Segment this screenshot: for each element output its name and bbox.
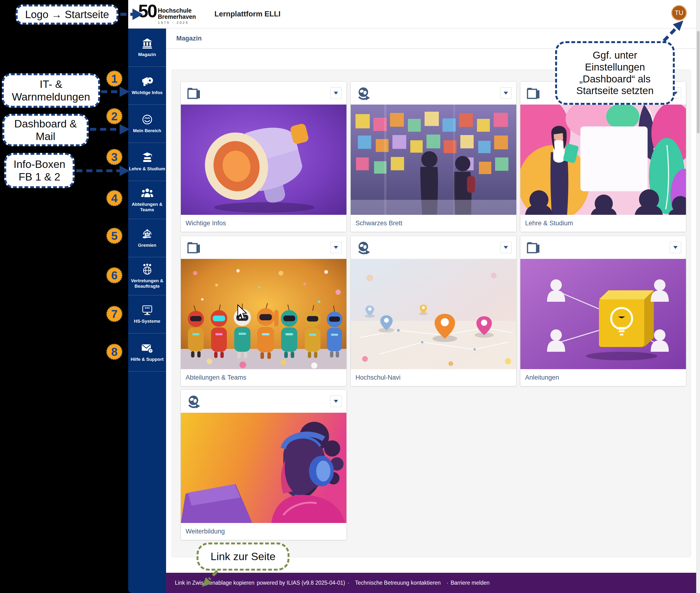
folder-icon: [526, 241, 540, 254]
sidebar-item-abteilungen-teams[interactable]: Abteilungen & Teams: [128, 181, 166, 219]
sidebar-item-hilfe-support[interactable]: ? Hilfe & Support: [128, 333, 166, 371]
footer-separator: ·: [347, 580, 349, 586]
weblink-icon: [357, 241, 370, 255]
card-title[interactable]: Wichtige Infos: [181, 215, 346, 232]
main-sidebar: Magazin Wichtige Infos Mein Bereich: [128, 29, 166, 593]
annotation-number-5: 5: [106, 228, 122, 244]
card-image-lightbulb-cube[interactable]: [520, 259, 686, 369]
annotation-number-1: 1: [106, 71, 122, 87]
card-title[interactable]: Lehre & Studium: [520, 215, 686, 232]
powered-by-text: powered by ILIAS (v9.8 2025-04-01): [257, 580, 345, 586]
card-anleitungen: Anleitungen: [520, 236, 686, 386]
chevron-down-icon: [334, 246, 338, 249]
globe-people-icon: [141, 264, 153, 275]
folder-icon: [187, 241, 201, 254]
annotation-callout-info-boxen: Info-Boxen FB 1 & 2: [4, 153, 75, 188]
scrollbar-thumb[interactable]: [697, 31, 700, 133]
smiley-icon: [142, 114, 153, 125]
card-image-megaphone[interactable]: [181, 105, 347, 215]
card-hochschul-navi: Hochschul-Navi: [351, 236, 517, 386]
sidebar-item-magazin[interactable]: Magazin: [128, 29, 166, 67]
avatar[interactable]: TU: [671, 5, 687, 21]
barrier-footer-link[interactable]: Barriere melden: [450, 580, 490, 586]
card-actions-dropdown[interactable]: [670, 242, 681, 253]
annotation-logo-callout: Logo → Startseite: [16, 4, 118, 25]
megaphone-icon: [141, 76, 153, 87]
chevron-down-icon: [504, 246, 508, 249]
card-image-robots[interactable]: [181, 259, 347, 369]
mail-question-icon: ?: [141, 343, 153, 354]
chevron-down-icon: [673, 246, 677, 249]
card-title[interactable]: Weiterbildung: [181, 523, 346, 540]
card-actions-dropdown[interactable]: [330, 242, 342, 253]
breadcrumb[interactable]: Magazin: [176, 35, 202, 42]
sidebar-item-gremien[interactable]: Gremien: [128, 219, 166, 257]
annotation-number-2: 2: [106, 108, 122, 124]
card-wichtige-infos: Wichtige Infos: [181, 81, 347, 232]
monitor-icon: [141, 304, 153, 316]
sidebar-item-mein-bereich[interactable]: Mein Bereich: [128, 105, 166, 143]
card-title[interactable]: Abteilungen & Teams: [181, 369, 346, 386]
annotation-callout-link-zur-seite: Link zur Seite: [196, 543, 290, 570]
annotation-number-6: 6: [106, 267, 122, 283]
weblink-icon: [357, 87, 370, 101]
page-title: Lernplattform ELLI: [214, 0, 281, 28]
footer-separator: ·: [446, 580, 448, 586]
chevron-down-icon: [504, 92, 508, 94]
copy-link-footer-link[interactable]: Link in Zwischenablage kopieren: [175, 580, 254, 586]
card-actions-dropdown[interactable]: [330, 396, 342, 407]
weblink-icon: [187, 395, 200, 409]
annotation-number-8: 8: [106, 344, 122, 360]
card-schwarzes-brett: Schwarzes Brett: [351, 81, 517, 232]
books-grad-icon: [141, 152, 153, 163]
card-actions-dropdown[interactable]: [500, 87, 512, 99]
footer-bar: Link in Zwischenablage kopieren powered …: [166, 573, 700, 593]
chevron-down-icon: [334, 400, 338, 403]
card-abteilungen-teams: Abteilungen & Teams: [181, 236, 347, 386]
sidebar-item-wichtige-infos[interactable]: Wichtige Infos: [128, 67, 166, 105]
card-title[interactable]: Anleitungen: [520, 369, 686, 386]
sidebar-item-hs-systeme[interactable]: HS-Systeme: [128, 295, 166, 333]
scrollbar-track[interactable]: [696, 0, 700, 593]
folder-icon: [526, 87, 540, 100]
card-image-presentation[interactable]: [520, 105, 686, 215]
annotation-callout-dashboard-mail: Dashboard & Mail: [2, 114, 88, 146]
committee-icon: [141, 228, 153, 240]
ilias-app-window: 50 Hochschule Bremerhaven 1975 - 2025 Le…: [0, 0, 700, 593]
institution-icon: [142, 38, 153, 49]
card-actions-dropdown[interactable]: [330, 87, 342, 99]
logo-name-line2: Bremerhaven: [158, 14, 196, 20]
people-group-icon: [141, 188, 153, 199]
logo-name-line1: Hochschule: [158, 8, 196, 14]
annotation-callout-it-warnmeldungen: IT- & Warnmeldungen: [2, 73, 100, 108]
annotation-callout-settings-dashboard: Ggf. unter Einstellungen „Dashboard“ als…: [555, 41, 675, 105]
card-image-sticky-notes[interactable]: [351, 105, 517, 215]
svg-text:?: ?: [150, 349, 151, 353]
annotation-number-7: 7: [106, 306, 122, 322]
sidebar-item-vertretungen[interactable]: Vertretungen & Beauftragte: [128, 257, 166, 295]
card-image-map-pins[interactable]: [351, 259, 517, 369]
support-footer-link[interactable]: Technische Betreuung kontaktieren: [355, 580, 441, 586]
annotation-number-3: 3: [106, 149, 122, 165]
sidebar-item-lehre-studium[interactable]: Lehre & Studium: [128, 143, 166, 181]
card-weiterbildung: Weiterbildung: [181, 390, 347, 540]
card-title[interactable]: Hochschul-Navi: [351, 369, 516, 386]
university-logo[interactable]: 50 Hochschule Bremerhaven 1975 - 2025: [138, 2, 196, 25]
top-header-bar: 50 Hochschule Bremerhaven 1975 - 2025 Le…: [128, 0, 700, 29]
card-title[interactable]: Schwarzes Brett: [351, 215, 516, 232]
annotation-number-4: 4: [106, 190, 122, 206]
chevron-down-icon: [334, 92, 338, 94]
logo-50-glyph: 50: [138, 2, 156, 19]
folder-icon: [187, 87, 201, 100]
card-image-headphones-woman[interactable]: [181, 413, 347, 523]
card-actions-dropdown[interactable]: [500, 242, 512, 253]
logo-years: 1975 - 2025: [158, 21, 196, 25]
